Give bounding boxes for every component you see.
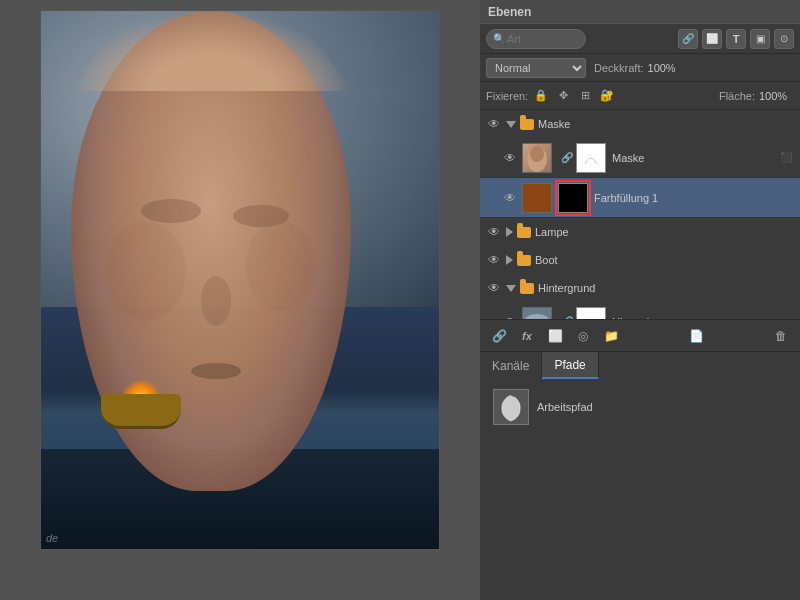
layers-list: 👁 Maske 👁 🔗 Maske ⬛: [480, 110, 800, 319]
expand-maske-icon: [506, 121, 516, 128]
group-boot-header[interactable]: 👁 Boot: [480, 246, 800, 274]
layers-toolbar1: 🔍 🔗 ⬜ T ▣ ⊙: [480, 24, 800, 54]
group-action-icon[interactable]: 📁: [600, 325, 622, 347]
layer-maske-row[interactable]: 👁 🔗 Maske ⬛: [480, 138, 800, 178]
expand-hintergrund-icon: [506, 285, 516, 292]
folder-lampe-icon: [517, 227, 531, 238]
fx-action-icon[interactable]: fx: [516, 325, 538, 347]
svg-point-0: [141, 199, 201, 223]
canvas-wrapper: de: [40, 10, 440, 550]
visibility-farbfullung[interactable]: 👁: [502, 190, 518, 206]
visibility-hintergrund-group[interactable]: 👁: [486, 280, 502, 296]
maske-thumbnail: [522, 143, 552, 173]
chain-maske: 🔗: [560, 152, 574, 163]
visibility-boot-group[interactable]: 👁: [486, 252, 502, 268]
lock-all-icon[interactable]: 🔐: [598, 87, 616, 105]
canvas-area: de: [0, 0, 480, 600]
group-maske-header[interactable]: 👁 Maske: [480, 110, 800, 138]
flache-label: Fläche:: [719, 90, 755, 102]
opacity-label: Deckkraft:: [594, 62, 644, 74]
svg-point-3: [191, 363, 241, 379]
tab-pfade[interactable]: Pfade: [542, 352, 598, 379]
maske-layer-name: Maske: [612, 152, 776, 164]
maske-thumb-svg: [523, 144, 551, 172]
adjust-action-icon[interactable]: ◎: [572, 325, 594, 347]
himmel-mask-svg: [577, 308, 605, 320]
path-panel: Arbeitspfad: [480, 379, 800, 600]
fixieren-label: Fixieren:: [486, 90, 528, 102]
search-input[interactable]: [507, 33, 567, 45]
link-icon-btn[interactable]: 🔗: [678, 29, 698, 49]
himmel-thumb-svg: [523, 308, 551, 320]
group-hintergrund-header[interactable]: 👁 Hintergrund: [480, 274, 800, 302]
right-panel: Ebenen 🔍 🔗 ⬜ T ▣ ⊙ Normal Deckkraft: 100…: [480, 0, 800, 600]
search-icon: 🔍: [493, 33, 505, 44]
path-arbeitspfad-thumbnail: [493, 389, 529, 425]
layers-toolbar3: Fixieren: 🔒 ✥ ⊞ 🔐 Fläche: 100%: [480, 82, 800, 110]
farbfullung-mask-thumb: [558, 183, 588, 213]
move-icon[interactable]: ✥: [554, 87, 572, 105]
tab-kanale[interactable]: Kanäle: [480, 352, 542, 379]
farbfullung-thumbnail: [522, 183, 552, 213]
maske-extra-icon: ⬛: [778, 150, 794, 166]
folder-boot-icon: [517, 255, 531, 266]
svg-point-7: [530, 146, 544, 162]
text-icon-btn[interactable]: T: [726, 29, 746, 49]
svg-point-2: [201, 276, 231, 326]
svg-point-4: [106, 221, 186, 321]
group-lampe-name: Lampe: [535, 226, 794, 238]
artboard-icon[interactable]: ⊞: [576, 87, 594, 105]
delete-layer-icon[interactable]: 🗑: [770, 325, 792, 347]
panel-title: Ebenen: [488, 5, 531, 19]
opacity-value: 100%: [648, 62, 683, 74]
new-layer-action-icon[interactable]: 📄: [628, 325, 764, 347]
blend-mode-select[interactable]: Normal: [486, 58, 586, 78]
layers-actions: 🔗 fx ⬜ ◎ 📁 📄 🗑: [480, 319, 800, 351]
layer-himmel-row[interactable]: 👁 🔗 Himmel: [480, 302, 800, 319]
adjust-icon-btn[interactable]: ⊙: [774, 29, 794, 49]
flache-value: 100%: [759, 90, 794, 102]
layers-toolbar2: Normal Deckkraft: 100%: [480, 54, 800, 82]
folder-hintergrund-icon: [520, 283, 534, 294]
mask-action-icon[interactable]: ⬜: [544, 325, 566, 347]
collapse-boot-icon: [506, 255, 513, 265]
maske-mask-svg: [577, 144, 605, 172]
group-hintergrund-name: Hintergrund: [538, 282, 794, 294]
boat: [101, 394, 181, 429]
group-maske-name: Maske: [538, 118, 794, 130]
himmel-thumbnail: [522, 307, 552, 320]
visibility-maske-group[interactable]: 👁: [486, 116, 502, 132]
himmel-mask-thumb: [576, 307, 606, 320]
path-arbeitspfad-name: Arbeitspfad: [537, 401, 787, 413]
path-thumb-svg: [494, 390, 528, 424]
layer-farbfullung-row[interactable]: 👁 Farbfüllung 1: [480, 178, 800, 218]
farbfullung-layer-name: Farbfüllung 1: [594, 192, 794, 204]
shape-icon-btn[interactable]: ▣: [750, 29, 770, 49]
svg-point-5: [246, 221, 316, 311]
collapse-lampe-icon: [506, 227, 513, 237]
visibility-maske-layer[interactable]: 👁: [502, 150, 518, 166]
folder-maske-icon: [520, 119, 534, 130]
group-lampe-header[interactable]: 👁 Lampe: [480, 218, 800, 246]
panel-header: Ebenen: [480, 0, 800, 24]
watermark-text: de: [46, 532, 58, 544]
mask-icon-btn[interactable]: ⬜: [702, 29, 722, 49]
bottom-tabs: Kanäle Pfade: [480, 351, 800, 379]
link-action-icon[interactable]: 🔗: [488, 325, 510, 347]
group-boot-name: Boot: [535, 254, 794, 266]
maske-mask-thumb: [576, 143, 606, 173]
visibility-lampe-group[interactable]: 👁: [486, 224, 502, 240]
path-arbeitspfad-row[interactable]: Arbeitspfad: [486, 385, 794, 429]
lock-icon[interactable]: 🔒: [532, 87, 550, 105]
layer-search-box[interactable]: 🔍: [486, 29, 586, 49]
